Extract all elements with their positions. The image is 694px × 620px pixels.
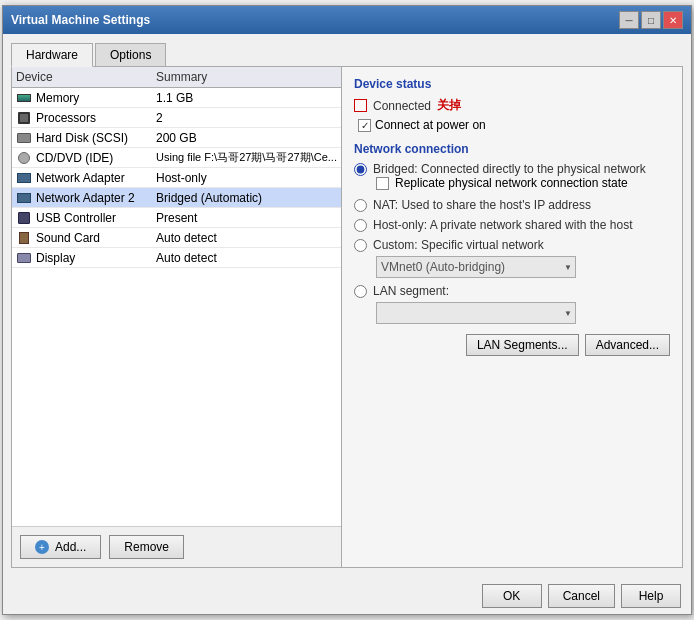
minimize-button[interactable]: ─ [619, 11, 639, 29]
usb-icon [16, 212, 32, 224]
window-title: Virtual Machine Settings [11, 13, 150, 27]
power-on-checkbox[interactable] [358, 119, 371, 132]
device-name-display: Display [36, 251, 75, 265]
power-on-label: Connect at power on [375, 118, 486, 132]
network-radio-group: Bridged: Connected directly to the physi… [354, 162, 670, 324]
footer-buttons: OK Cancel Help [482, 584, 681, 608]
sound-icon [16, 232, 32, 244]
device-summary-sound-card: Auto detect [156, 231, 337, 245]
device-status-title: Device status [354, 77, 670, 91]
lan-segment-radio[interactable] [354, 285, 367, 298]
connected-label: Connected [373, 99, 431, 113]
device-name-network-adapter-2: Network Adapter 2 [36, 191, 135, 205]
custom-dropdown-row: VMnet0 (Auto-bridging) [376, 256, 670, 278]
host-only-label: Host-only: A private network shared with… [373, 218, 632, 232]
hard-disk-icon [16, 132, 32, 144]
host-only-radio-row[interactable]: Host-only: A private network shared with… [354, 218, 670, 232]
device-row-usb-controller[interactable]: USB Controller Present [12, 208, 341, 228]
device-name-cd-dvd: CD/DVD (IDE) [36, 151, 113, 165]
lan-segment-container: LAN segment: [354, 284, 670, 324]
col-summary-header: Summary [156, 70, 337, 84]
host-only-radio[interactable] [354, 219, 367, 232]
device-row-network-adapter-2[interactable]: Network Adapter 2 Bridged (Automatic) [12, 188, 341, 208]
nat-radio[interactable] [354, 199, 367, 212]
device-summary-display: Auto detect [156, 251, 337, 265]
col-device-header: Device [16, 70, 156, 84]
lan-segment-label: LAN segment: [373, 284, 449, 298]
device-summary-network-adapter: Host-only [156, 171, 337, 185]
device-summary-processors: 2 [156, 111, 337, 125]
settings-panel: Device status Connected 关掉 Connect at po… [342, 67, 682, 567]
advanced-button[interactable]: Advanced... [585, 334, 670, 356]
replicate-label: Replicate physical network connection st… [395, 176, 628, 190]
nic-icon [16, 172, 32, 184]
custom-radio[interactable] [354, 239, 367, 252]
device-name-hard-disk: Hard Disk (SCSI) [36, 131, 128, 145]
device-name-network-adapter: Network Adapter [36, 171, 125, 185]
window-footer: OK Cancel Help [3, 576, 691, 614]
custom-dropdown-wrapper: VMnet0 (Auto-bridging) [376, 256, 576, 278]
title-bar: Virtual Machine Settings ─ □ ✕ [3, 6, 691, 34]
display-icon [16, 252, 32, 264]
device-list: Memory 1.1 GB Processors 2 [12, 88, 341, 526]
lan-segment-dropdown[interactable] [376, 302, 576, 324]
device-row-memory[interactable]: Memory 1.1 GB [12, 88, 341, 108]
help-button[interactable]: Help [621, 584, 681, 608]
custom-dropdown[interactable]: VMnet0 (Auto-bridging) [376, 256, 576, 278]
power-on-row: Connect at power on [358, 118, 670, 132]
device-panel: Device Summary Memory 1.1 GB [12, 67, 342, 567]
lan-segment-radio-row[interactable]: LAN segment: [354, 284, 670, 298]
bridged-option-container: Bridged: Connected directly to the physi… [354, 162, 670, 192]
bridged-radio-row[interactable]: Bridged: Connected directly to the physi… [354, 162, 670, 176]
replicate-checkbox[interactable] [376, 177, 389, 190]
title-bar-controls: ─ □ ✕ [619, 11, 683, 29]
ok-button[interactable]: OK [482, 584, 542, 608]
device-panel-footer: + Add... Remove [12, 526, 341, 567]
tab-hardware[interactable]: Hardware [11, 43, 93, 67]
network-connection-title: Network connection [354, 142, 670, 156]
device-status-section: Device status Connected 关掉 Connect at po… [354, 77, 670, 132]
network-connection-section: Network connection Bridged: Connected di… [354, 142, 670, 356]
custom-option-container: Custom: Specific virtual network VMnet0 … [354, 238, 670, 278]
memory-icon [16, 92, 32, 104]
maximize-button[interactable]: □ [641, 11, 661, 29]
tab-options[interactable]: Options [95, 43, 166, 67]
device-table-header: Device Summary [12, 67, 341, 88]
device-name-memory: Memory [36, 91, 79, 105]
device-row-processors[interactable]: Processors 2 [12, 108, 341, 128]
bridged-radio[interactable] [354, 163, 367, 176]
nic2-icon [16, 192, 32, 204]
device-row-network-adapter[interactable]: Network Adapter Host-only [12, 168, 341, 188]
nat-radio-row[interactable]: NAT: Used to share the host's IP address [354, 198, 670, 212]
add-icon: + [35, 540, 49, 554]
device-summary-network-adapter-2: Bridged (Automatic) [156, 191, 337, 205]
device-summary-usb-controller: Present [156, 211, 337, 225]
lan-buttons-row: LAN Segments... Advanced... [354, 334, 670, 356]
virtual-machine-settings-window: Virtual Machine Settings ─ □ ✕ Hardware … [2, 5, 692, 615]
device-summary-memory: 1.1 GB [156, 91, 337, 105]
lan-segments-button[interactable]: LAN Segments... [466, 334, 579, 356]
connected-row: Connected 关掉 [354, 97, 670, 114]
cancel-button[interactable]: Cancel [548, 584, 615, 608]
device-row-cd-dvd[interactable]: CD/DVD (IDE) Using file F:\马哥27期\马哥27期\C… [12, 148, 341, 168]
device-name-processors: Processors [36, 111, 96, 125]
device-name-usb-controller: USB Controller [36, 211, 116, 225]
window-body: Hardware Options Device Summary Memory [3, 34, 691, 576]
add-button[interactable]: + Add... [20, 535, 101, 559]
tab-bar: Hardware Options [11, 42, 683, 66]
nat-label: NAT: Used to share the host's IP address [373, 198, 591, 212]
lan-segment-dropdown-wrapper [376, 302, 576, 324]
device-summary-cd-dvd: Using file F:\马哥27期\马哥27期\Ce... [156, 150, 337, 165]
lan-segment-dropdown-row [376, 302, 670, 324]
connected-checkbox[interactable] [354, 99, 367, 112]
device-summary-hard-disk: 200 GB [156, 131, 337, 145]
device-name-sound-card: Sound Card [36, 231, 100, 245]
remove-button[interactable]: Remove [109, 535, 184, 559]
connected-status-badge: 关掉 [437, 97, 461, 114]
custom-radio-row[interactable]: Custom: Specific virtual network [354, 238, 670, 252]
device-row-sound-card[interactable]: Sound Card Auto detect [12, 228, 341, 248]
close-button[interactable]: ✕ [663, 11, 683, 29]
device-row-hard-disk[interactable]: Hard Disk (SCSI) 200 GB [12, 128, 341, 148]
custom-label: Custom: Specific virtual network [373, 238, 544, 252]
device-row-display[interactable]: Display Auto detect [12, 248, 341, 268]
